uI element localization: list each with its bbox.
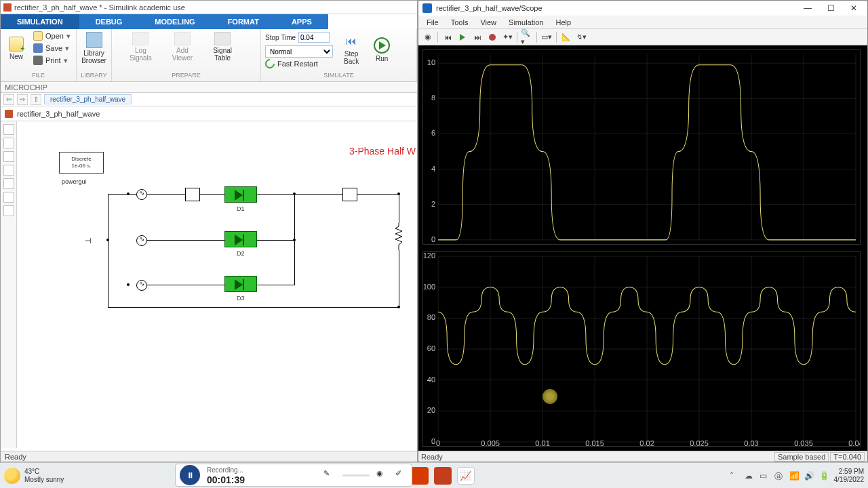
d3-label: D3 [237,295,245,302]
status-time: T=0.040 [830,452,865,462]
recording-widget[interactable]: ⏸ Recording... 00:01:39 ✎ ◉ ✐ [175,464,412,487]
scope-measure-button[interactable]: 📐 [559,31,573,43]
step-back-button[interactable]: ⏮Step Back [340,33,363,66]
stop-time-input[interactable] [298,32,330,43]
tab-modeling[interactable]: MODELING [138,14,211,29]
palette-tool5-button[interactable] [3,178,14,189]
menu-simulation[interactable]: Simulation [503,17,549,28]
nav-fwd-button[interactable]: ⇨ [17,94,28,105]
palette-tool4-button[interactable] [3,165,14,176]
open-button[interactable]: Open▾ [31,30,73,41]
taskbar-clock[interactable]: 2:59 PM 4/19/2022 [834,468,865,484]
add-viewer-button[interactable]: Add Viewer [168,30,197,63]
palette-tool3-button[interactable] [3,151,14,162]
scope-stepback-button[interactable]: ⏮ [441,31,454,43]
diode-d3[interactable] [224,276,257,292]
nav-back-button[interactable]: ⇦ [3,94,14,105]
pen-tool-icon[interactable]: ✎ [323,469,336,481]
palette-tool6-button[interactable] [3,192,14,203]
palette-tool7-button[interactable] [3,205,14,216]
ac-source-b[interactable] [136,235,147,246]
menu-help[interactable]: Help [550,17,576,28]
palette-tool2-button[interactable] [3,138,14,148]
scope-zoom-button[interactable]: 🔍▾ [520,31,534,43]
diode-d1[interactable] [224,186,257,203]
rec-slider[interactable] [342,474,370,476]
model-canvas[interactable]: 3-Phase Half W Discrete 1e-06 s. powergu… [17,121,417,448]
d2-label: D2 [237,250,245,257]
fast-restart-button[interactable]: Fast Restart [265,59,333,68]
open-icon [33,31,43,41]
canvas-title: 3-Phase Half W [349,146,416,157]
scope-settings-button[interactable]: ◉ [421,31,435,43]
log-signals-button[interactable]: Log Signals [125,30,156,63]
menu-view[interactable]: View [475,17,502,28]
weather-widget[interactable]: 43°CMostly sunny [4,468,64,484]
print-button[interactable]: Print▾ [31,55,73,66]
ac-source-a[interactable] [136,189,147,200]
simulink-app-icon [3,3,12,12]
scope-plot-2[interactable]: 02040608010012000.0050.010.0150.020.0250… [422,251,861,447]
library-browser-button[interactable]: Library Browser [81,30,107,66]
tab-debug[interactable]: DEBUG [79,14,139,29]
svg-text:2: 2 [431,200,435,208]
diode-d2[interactable] [224,231,257,247]
scope-trigger-button[interactable]: ↯▾ [574,31,588,43]
tray-lang-icon[interactable]: ⓐ [774,471,784,481]
new-button[interactable]: New [5,35,28,62]
scope-stepfwd-button[interactable]: ⏭ [471,31,484,43]
svg-text:0.03: 0.03 [744,439,759,446]
maximize-button[interactable]: ☐ [821,1,840,16]
play-icon [460,34,465,41]
breadcrumb-tab[interactable]: rectifier_3_ph_half_wave [44,94,132,104]
scope-cursor-button[interactable]: ▭▾ [540,31,553,43]
svg-text:120: 120 [423,252,435,260]
svg-text:0.02: 0.02 [639,439,654,446]
scope-stop-button[interactable] [486,31,499,43]
tray-chevron-icon[interactable]: ˄ [730,471,739,481]
scope-plot-1[interactable]: 0246810 [422,49,861,245]
run-button[interactable]: Run [370,36,394,64]
signal-table-icon [214,32,231,45]
mic-icon[interactable]: ◉ [376,469,389,481]
tab-format[interactable]: FORMAT [212,14,275,29]
scope-highlight-button[interactable]: ✦▾ [500,31,514,43]
menu-file[interactable]: File [421,17,444,28]
svg-text:0: 0 [431,235,435,243]
palette-zoomfit-button[interactable] [3,124,14,135]
model-name[interactable]: rectifier_3_ph_half_wave [17,110,100,118]
stop-time-label: Stop Time [265,34,296,41]
scope-plots: 0246810 02040608010012000.0050.010.0150.… [418,45,867,451]
neutral-port[interactable]: ⊣ [85,237,92,245]
tray-volume-icon[interactable]: 🔊 [804,471,814,481]
load-resistor[interactable] [395,223,402,250]
close-button[interactable]: ✕ [844,1,863,16]
save-button[interactable]: Save▾ [31,43,73,54]
pause-button[interactable]: ⏸ [180,465,200,485]
edit-tool-icon[interactable]: ✐ [395,469,408,481]
tray-wifi-icon[interactable]: 📶 [789,471,799,481]
tray-onedrive-icon[interactable]: ☁ [745,471,754,481]
minimize-button[interactable]: — [798,1,817,16]
sim-mode-select[interactable]: Normal [265,45,333,58]
svg-text:40: 40 [427,375,435,384]
menu-tools[interactable]: Tools [446,17,474,28]
tab-simulation[interactable]: SIMULATION [1,14,79,29]
powergui-block[interactable]: Discrete 1e-06 s. [59,152,104,174]
powerpoint-icon[interactable] [434,467,452,485]
tab-apps[interactable]: APPS [275,14,328,29]
tray-meet-icon[interactable]: ▭ [760,471,769,481]
ac-source-c[interactable] [136,280,147,291]
voltage-meas-block[interactable] [342,188,357,201]
matlab-icon[interactable]: 📈 [457,467,475,485]
tray-battery-icon[interactable]: 🔋 [819,471,829,481]
signal-table-button[interactable]: Signal Table [209,30,236,63]
nav-up-button[interactable]: ⇧ [31,94,41,105]
current-meas-block[interactable] [185,188,200,201]
svg-text:8: 8 [431,94,435,102]
new-icon [9,37,24,52]
office-icon[interactable] [411,467,429,485]
model-icon [5,110,13,118]
scope-run-button[interactable] [456,31,469,43]
svg-text:0.035: 0.035 [794,439,813,446]
